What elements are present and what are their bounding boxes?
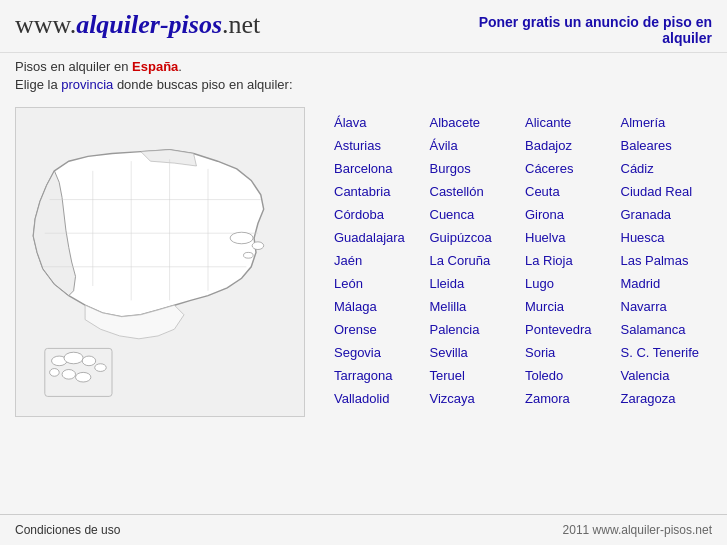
province-link[interactable]: Cuenca: [426, 204, 522, 225]
province-link[interactable]: Salamanca: [617, 319, 713, 340]
province-link[interactable]: Ciudad Real: [617, 181, 713, 202]
map-section: [15, 107, 315, 504]
province-link[interactable]: Guadalajara: [330, 227, 426, 248]
conditions-link[interactable]: Condiciones de uso: [15, 523, 120, 537]
province-link[interactable]: Valencia: [617, 365, 713, 386]
svg-point-12: [95, 364, 107, 372]
subtitle2-after: donde buscas piso en alquiler:: [113, 77, 292, 92]
spain-map: [15, 107, 305, 417]
subtitle-after: .: [178, 59, 182, 74]
province-link[interactable]: Teruel: [426, 365, 522, 386]
province-link[interactable]: Alicante: [521, 112, 617, 133]
province-link[interactable]: Zamora: [521, 388, 617, 409]
svg-point-13: [50, 369, 60, 377]
province-link[interactable]: Navarra: [617, 296, 713, 317]
province-link[interactable]: Vizcaya: [426, 388, 522, 409]
copyright: 2011 www.alquiler-pisos.net: [563, 523, 712, 537]
province-link[interactable]: Murcia: [521, 296, 617, 317]
subtitle-highlight: España: [132, 59, 178, 74]
province-link[interactable]: S. C. Tenerife: [617, 342, 713, 363]
subtitle-before: Pisos en alquiler en: [15, 59, 132, 74]
province-link[interactable]: Cádiz: [617, 158, 713, 179]
province-link[interactable]: Tarragona: [330, 365, 426, 386]
logo-prefix: www.: [15, 10, 76, 39]
province-link[interactable]: Ceuta: [521, 181, 617, 202]
header: www.alquiler-pisos.net Poner gratis un a…: [0, 0, 727, 53]
province-link[interactable]: Jaén: [330, 250, 426, 271]
province-link[interactable]: Castellón: [426, 181, 522, 202]
province-link[interactable]: Toledo: [521, 365, 617, 386]
province-link[interactable]: Baleares: [617, 135, 713, 156]
province-link[interactable]: Burgos: [426, 158, 522, 179]
map-svg: [16, 108, 304, 416]
province-link[interactable]: Asturias: [330, 135, 426, 156]
provinces-grid: ÁlavaAlbaceteAlicanteAlmeríaAsturiasÁvil…: [330, 107, 712, 504]
footer: Condiciones de uso 2011 www.alquiler-pis…: [0, 514, 727, 545]
province-link[interactable]: Lugo: [521, 273, 617, 294]
province-link[interactable]: Almería: [617, 112, 713, 133]
provincia-link[interactable]: provincia: [61, 77, 113, 92]
province-link[interactable]: Málaga: [330, 296, 426, 317]
province-link[interactable]: Badajoz: [521, 135, 617, 156]
subtitle2-before: Elige la: [15, 77, 61, 92]
svg-point-11: [82, 356, 95, 366]
province-link[interactable]: Huesca: [617, 227, 713, 248]
province-link[interactable]: León: [330, 273, 426, 294]
province-link[interactable]: Córdoba: [330, 204, 426, 225]
province-link[interactable]: La Coruña: [426, 250, 522, 271]
province-link[interactable]: La Rioja: [521, 250, 617, 271]
province-link[interactable]: Soria: [521, 342, 617, 363]
province-link[interactable]: Cáceres: [521, 158, 617, 179]
province-link[interactable]: Granada: [617, 204, 713, 225]
svg-point-18: [244, 252, 254, 258]
province-link[interactable]: Sevilla: [426, 342, 522, 363]
province-link[interactable]: Las Palmas: [617, 250, 713, 271]
svg-point-14: [62, 370, 75, 380]
svg-point-10: [64, 352, 83, 364]
province-link[interactable]: Cantabria: [330, 181, 426, 202]
province-link[interactable]: Pontevedra: [521, 319, 617, 340]
svg-point-16: [230, 232, 253, 244]
main-content: ÁlavaAlbaceteAlicanteAlmeríaAsturiasÁvil…: [0, 97, 727, 514]
svg-point-15: [76, 372, 91, 382]
province-link[interactable]: Albacete: [426, 112, 522, 133]
province-link[interactable]: Álava: [330, 112, 426, 133]
province-link[interactable]: Madrid: [617, 273, 713, 294]
province-link[interactable]: Palencia: [426, 319, 522, 340]
subtitle-line2: Elige la provincia donde buscas piso en …: [15, 77, 712, 92]
province-link[interactable]: Girona: [521, 204, 617, 225]
cta-button[interactable]: Poner gratis un anuncio de piso en alqui…: [452, 10, 712, 46]
subtitle-bar: Pisos en alquiler en España. Elige la pr…: [0, 53, 727, 97]
province-link[interactable]: Lleida: [426, 273, 522, 294]
subtitle-line1: Pisos en alquiler en España.: [15, 59, 712, 74]
svg-point-17: [252, 242, 264, 250]
province-link[interactable]: Barcelona: [330, 158, 426, 179]
province-link[interactable]: Segovia: [330, 342, 426, 363]
province-link[interactable]: Orense: [330, 319, 426, 340]
logo-suffix: .net: [222, 10, 260, 39]
province-link[interactable]: Guipúzcoa: [426, 227, 522, 248]
province-link[interactable]: Ávila: [426, 135, 522, 156]
page-wrapper: www.alquiler-pisos.net Poner gratis un a…: [0, 0, 727, 545]
province-link[interactable]: Zaragoza: [617, 388, 713, 409]
logo-brand: alquiler-pisos: [76, 10, 222, 39]
province-link[interactable]: Melilla: [426, 296, 522, 317]
logo: www.alquiler-pisos.net: [15, 10, 260, 40]
province-link[interactable]: Valladolid: [330, 388, 426, 409]
province-link[interactable]: Huelva: [521, 227, 617, 248]
